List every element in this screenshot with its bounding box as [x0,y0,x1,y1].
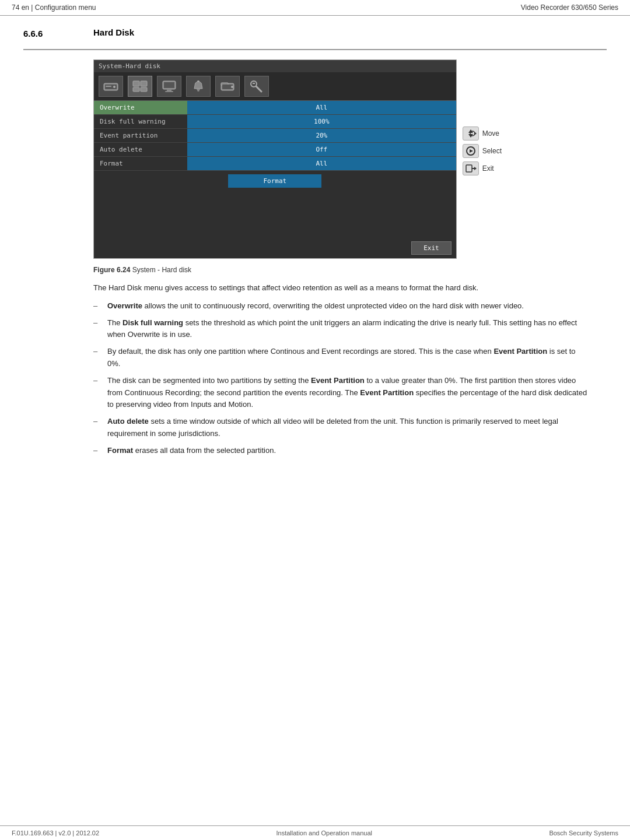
label-event-partition: Event partition [94,129,187,142]
bullet-text-event-partition-default: By default, the disk has only one partit… [107,346,589,370]
svg-rect-29 [466,165,472,172]
wrench-icon[interactable] [244,76,269,97]
ui-toolbar [94,72,456,101]
ui-menu: Overwrite All Disk full warning 100% Eve… [94,101,456,258]
label-auto-delete: Auto delete [94,143,187,156]
dash: – [93,317,100,342]
page-footer: F.01U.169.663 | v2.0 | 2012.02 Installat… [0,825,630,840]
svg-point-13 [197,89,200,92]
dash: – [93,375,100,411]
format-button[interactable]: Format [228,174,321,188]
bullet-text-format: Format erases all data from the selected… [107,445,276,457]
svg-rect-14 [197,80,200,82]
bullet-text-overwrite: Overwrite allows the unit to continuousl… [107,300,524,312]
footer-center: Installation and Operation manual [276,830,372,837]
list-item-event-partition-segmented: – The disk can be segmented into two par… [93,375,589,411]
svg-rect-7 [141,87,147,92]
list-item-format: – Format erases all data from the select… [93,445,589,457]
svg-marker-28 [470,149,473,153]
menu-row-disk-full[interactable]: Disk full warning 100% [94,115,456,129]
value-disk-full: 100% [187,115,456,128]
exit-button-row: Exit [94,238,456,258]
svg-point-18 [231,86,233,88]
body-intro: The Hard Disk menu gives access to setti… [93,282,589,294]
exit-ctrl-label: Exit [482,164,494,173]
svg-rect-9 [164,82,174,88]
select-button[interactable]: Select [463,144,502,158]
right-controls: Move Select [463,59,502,259]
bullet-text-event-partition-segmented: The disk can be segmented into two parti… [107,375,589,411]
move-icon [463,126,479,140]
value-auto-delete: Off [187,143,456,156]
select-label: Select [482,147,502,155]
menu-row-event-partition[interactable]: Event partition 20% [94,129,456,143]
footer-left: F.01U.169.663 | v2.0 | 2012.02 [12,830,99,837]
list-item-disk-full: – The Disk full warning sets the thresho… [93,317,589,342]
svg-point-25 [470,131,475,136]
section-divider [23,49,607,50]
value-event-partition: 20% [187,129,456,142]
ui-screenshot-area: System-Hard disk [93,59,502,259]
figure-caption: Figure 6.24 System - Hard disk [93,266,607,274]
list-item-event-partition-default: – By default, the disk has only one part… [93,346,589,370]
dash: – [93,346,100,370]
monitor-icon[interactable] [157,76,181,97]
svg-rect-10 [167,90,172,91]
bullet-text-auto-delete: Auto delete sets a time window outside o… [107,416,589,440]
section-number: 6.6.6 [23,27,70,38]
list-item-overwrite: – Overwrite allows the unit to continuou… [93,300,589,312]
svg-point-2 [113,86,116,88]
move-label: Move [482,129,499,138]
select-icon [463,144,479,158]
menu-row-format[interactable]: Format All [94,157,456,171]
svg-line-21 [256,86,261,92]
folder-icon[interactable] [215,76,240,97]
svg-marker-31 [474,167,477,170]
svg-rect-4 [133,81,139,86]
empty-space [94,191,456,238]
header-right: Video Recorder 630/650 Series [521,3,618,12]
hdd-icon[interactable] [99,76,123,97]
bell-icon[interactable] [186,76,211,97]
section-title: Hard Disk [93,27,134,38]
exit-ctrl-button[interactable]: Exit [463,161,502,175]
grid-hdd-icon[interactable] [128,76,152,97]
dash: – [93,300,100,312]
list-item-auto-delete: – Auto delete sets a time window outside… [93,416,589,440]
svg-rect-11 [165,91,173,92]
value-format: All [187,157,456,170]
bullet-list: – Overwrite allows the unit to continuou… [93,300,589,457]
move-button[interactable]: Move [463,126,502,140]
menu-row-auto-delete[interactable]: Auto delete Off [94,143,456,157]
svg-rect-3 [106,86,111,87]
footer-right: Bosch Security Systems [549,830,618,837]
section-heading: 6.6.6 Hard Disk [23,27,607,38]
format-button-row: Format [94,171,456,191]
value-overwrite: All [187,101,456,114]
header-left: 74 en | Configuration menu [12,3,96,12]
svg-rect-5 [141,81,147,86]
dash: – [93,445,100,457]
page-header: 74 en | Configuration menu Video Recorde… [0,0,630,16]
menu-row-overwrite[interactable]: Overwrite All [94,101,456,115]
ui-main-panel: System-Hard disk [93,59,457,259]
label-overwrite: Overwrite [94,101,187,114]
svg-rect-20 [253,83,255,84]
label-format: Format [94,157,187,170]
ui-titlebar: System-Hard disk [94,60,456,72]
label-disk-full: Disk full warning [94,115,187,128]
bullet-text-disk-full: The Disk full warning sets the threshold… [107,317,589,342]
dash: – [93,416,100,440]
exit-icon [463,161,479,175]
figure-caption-text: System - Hard disk [132,266,191,274]
exit-button[interactable]: Exit [411,241,452,255]
svg-rect-6 [133,87,139,92]
figure-caption-bold: Figure 6.24 [93,266,130,274]
svg-marker-26 [474,132,477,135]
